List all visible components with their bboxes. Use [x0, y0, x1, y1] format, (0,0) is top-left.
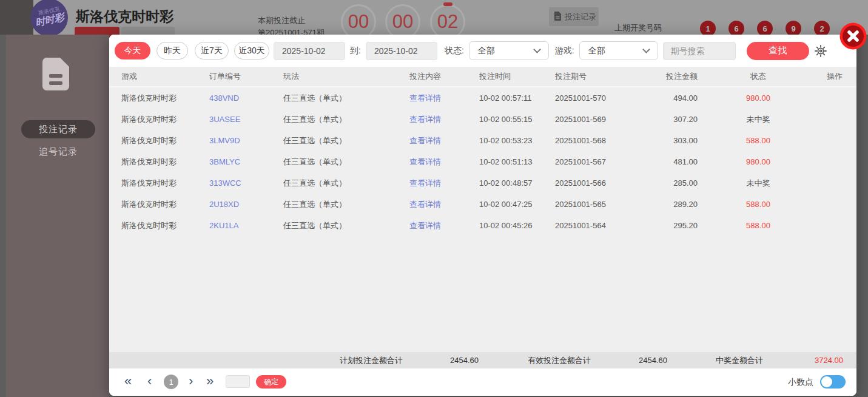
cell-bet-amount: 494.00 — [628, 93, 704, 103]
cell-game: 斯洛伐克时时彩 — [109, 220, 209, 231]
table-row: 斯洛伐克时时彩 313WCC 任三直选（单式） 查看详情 10-02 00:48… — [109, 172, 856, 194]
decimal-toggle[interactable] — [820, 375, 846, 389]
cell-game: 斯洛伐克时时彩 — [109, 199, 209, 210]
header-play: 玩法 — [283, 71, 409, 82]
cell-bet-issue: 20251001-567 — [555, 157, 628, 166]
win-total-value: 3724.00 — [815, 352, 843, 368]
cell-play-type: 任三直选（单式） — [283, 220, 409, 231]
valid-total-label: 有效投注金额合计 — [528, 352, 591, 368]
table-row: 斯洛伐克时时彩 3BMLYC 任三直选（单式） 查看详情 10-02 00:51… — [109, 151, 856, 172]
cell-bet-issue: 20251001-568 — [555, 136, 628, 145]
cell-play-type: 任三直选（单式） — [283, 157, 409, 168]
status-label: 状态: — [445, 46, 464, 56]
view-details-link[interactable]: 查看详情 — [409, 157, 479, 168]
cell-status: 未中奖 — [704, 178, 813, 189]
chevron-down-icon — [642, 46, 650, 53]
order-id-link[interactable]: 3LMV9D — [209, 136, 283, 145]
cell-status: 980.00 — [704, 93, 813, 103]
last-page-button[interactable]: » — [206, 368, 214, 394]
search-button[interactable]: 查找 — [747, 42, 809, 60]
view-details-link[interactable]: 查看详情 — [409, 199, 479, 210]
page-confirm-button[interactable]: 确定 — [256, 375, 286, 389]
date-to-input[interactable] — [366, 42, 437, 60]
records-table: 游戏 订单编号 玩法 投注内容 投注时间 投注期号 投注金额 状态 操作 斯洛伐… — [109, 67, 856, 352]
table-row: 斯洛伐克时时彩 3UASEE 任三直选（单式） 查看详情 10-02 00:55… — [109, 109, 856, 130]
cell-bet-issue: 20251001-569 — [555, 115, 628, 124]
header-status: 状态 — [704, 71, 813, 82]
cell-play-type: 任三直选（单式） — [283, 135, 409, 146]
cell-status: 588.00 — [704, 200, 813, 209]
table-row: 斯洛伐克时时彩 438VND 任三直选（单式） 查看详情 10-02 00:57… — [109, 87, 856, 109]
deadline-label: 本期投注截止 — [258, 15, 325, 27]
document-icon — [554, 12, 562, 22]
header-issue: 投注期号 — [555, 71, 628, 82]
cell-bet-time: 10-02 00:53:23 — [479, 136, 555, 145]
doc-fold — [60, 58, 69, 67]
cell-bet-issue: 20251001-570 — [555, 93, 628, 103]
close-modal-button[interactable] — [839, 22, 867, 50]
summary-bar: 计划投注金额合计 2454.60 有效投注金额合计 2454.60 中奖金额合计… — [109, 352, 856, 368]
date-from-input[interactable] — [274, 42, 345, 60]
cell-play-type: 任三直选（单式） — [283, 114, 409, 125]
header-content: 投注内容 — [409, 71, 479, 82]
game-select[interactable]: 全部 — [579, 41, 658, 60]
bet-records-button-label: 投注记录 — [565, 12, 596, 22]
cell-bet-time: 10-02 00:45:26 — [479, 221, 555, 230]
order-id-link[interactable]: 2U18XD — [209, 200, 283, 209]
order-id-link[interactable]: 2KU1LA — [209, 221, 283, 230]
cell-bet-amount: 303.00 — [628, 136, 704, 145]
bet-records-button[interactable]: 投注记录 — [549, 7, 599, 26]
cell-bet-time: 10-02 00:57:11 — [479, 93, 555, 103]
order-id-link[interactable]: 438VND — [209, 93, 283, 103]
status-select[interactable]: 全部 — [469, 41, 549, 60]
cell-game: 斯洛伐克时时彩 — [109, 135, 209, 146]
sidebar: 投注记录 追号记录 — [6, 35, 109, 397]
cell-bet-amount: 295.20 — [628, 221, 704, 230]
view-details-link[interactable]: 查看详情 — [409, 135, 479, 146]
status-select-value: 全部 — [478, 46, 495, 56]
order-id-link[interactable]: 3UASEE — [209, 115, 283, 124]
page-jump-input[interactable] — [226, 375, 250, 388]
view-details-link[interactable]: 查看详情 — [409, 220, 479, 231]
cell-status: 588.00 — [704, 136, 813, 145]
cell-bet-time: 10-02 00:48:57 — [479, 178, 555, 188]
cell-play-type: 任三直选（单式） — [283, 199, 409, 210]
table-header-row: 游戏 订单编号 玩法 投注内容 投注时间 投注期号 投注金额 状态 操作 — [109, 67, 856, 87]
cell-bet-amount: 481.00 — [628, 157, 704, 166]
cell-game: 斯洛伐克时时彩 — [109, 114, 209, 125]
win-total-label: 中奖金额合计 — [716, 352, 763, 368]
quick-filter-yesterday[interactable]: 昨天 — [156, 42, 188, 59]
bet-records-modal: 今天 昨天 近7天 近30天 到: 状态: 全部 游戏: 全部 查找 — [109, 35, 856, 396]
issue-search-input[interactable] — [663, 42, 736, 60]
sidebar-item-bet-records[interactable]: 投注记录 — [21, 120, 95, 138]
game-label: 游戏: — [555, 46, 574, 56]
view-details-link[interactable]: 查看详情 — [409, 93, 479, 104]
order-id-link[interactable]: 3BMLYC — [209, 157, 283, 166]
sidebar-item-chase-records[interactable]: 追号记录 — [21, 145, 95, 158]
game-logo: 斯洛伐克 时时彩 — [30, 0, 68, 36]
first-page-button[interactable]: « — [124, 368, 132, 394]
quick-filter-today[interactable]: 今天 — [115, 42, 150, 59]
screen: 斯洛伐克 时时彩 斯洛伐克时时彩 本期投注截止 第20251001-571期 0… — [0, 0, 868, 397]
quick-filter-7days[interactable]: 近7天 — [195, 42, 229, 59]
plan-total-value: 2454.60 — [450, 352, 479, 368]
chevron-down-icon — [533, 46, 541, 53]
valid-total-value: 2454.60 — [639, 352, 667, 368]
cell-bet-issue: 20251001-566 — [555, 178, 628, 188]
view-details-link[interactable]: 查看详情 — [409, 178, 479, 189]
header-order: 订单编号 — [209, 71, 283, 82]
cell-bet-time: 10-02 00:47:25 — [479, 200, 555, 209]
order-id-link[interactable]: 313WCC — [209, 178, 283, 188]
timer-progress-tick — [443, 2, 453, 6]
header-action: 操作 — [813, 71, 856, 82]
cell-game: 斯洛伐克时时彩 — [109, 178, 209, 189]
settings-gear-icon[interactable] — [814, 44, 827, 58]
current-page-badge[interactable]: 1 — [164, 375, 178, 389]
quick-filter-30days[interactable]: 近30天 — [234, 42, 269, 59]
view-details-link[interactable]: 查看详情 — [409, 114, 479, 125]
pagination-bar: « ‹ 1 › » 确定 小数点 — [109, 368, 856, 396]
cell-game: 斯洛伐克时时彩 — [109, 157, 209, 168]
prev-page-button[interactable]: ‹ — [147, 368, 152, 394]
next-page-button[interactable]: › — [189, 368, 193, 394]
toggle-knob — [821, 376, 832, 387]
